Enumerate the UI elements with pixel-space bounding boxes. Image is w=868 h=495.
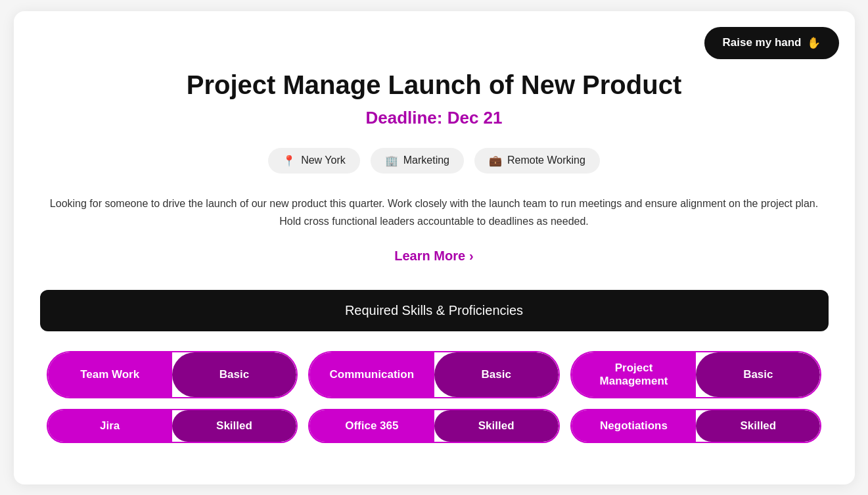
skill-level-0: Basic (172, 352, 296, 397)
skill-name-5: Negotiations (572, 410, 696, 442)
tag-icon-industry: 🏢 (385, 154, 398, 167)
skill-row-2: Project Management Basic (570, 351, 822, 398)
learn-more-chevron: › (469, 248, 474, 264)
tag-label-work-type: Remote Working (507, 154, 585, 166)
skill-name-4: Office 365 (309, 410, 434, 442)
raise-hand-label: Raise my hand (723, 36, 802, 49)
learn-more-link[interactable]: Learn More › (394, 248, 473, 264)
skill-name-2: Project Management (572, 352, 696, 397)
learn-more-label: Learn More (394, 248, 465, 264)
tag-icon-work-type: 💼 (489, 154, 502, 167)
tag-work-type: 💼Remote Working (474, 148, 600, 174)
main-card: Raise my hand ✋ Project Manage Launch of… (14, 11, 855, 484)
skill-row-4: Office 365 Skilled (308, 409, 560, 443)
skill-row-5: Negotiations Skilled (570, 409, 822, 443)
main-content: Project Manage Launch of New Product Dea… (40, 31, 829, 443)
deadline-text: Deadline: Dec 21 (40, 108, 829, 128)
skill-row-0: Team Work Basic (47, 351, 298, 398)
tag-label-location: New York (301, 154, 346, 166)
skill-row-3: Jira Skilled (47, 409, 298, 443)
tags-container: 📍New York🏢Marketing💼Remote Working (40, 148, 829, 174)
skills-header: Required Skills & Proficiencies (40, 290, 829, 331)
skill-name-0: Team Work (48, 352, 172, 397)
raise-hand-button[interactable]: Raise my hand ✋ (704, 27, 839, 59)
skill-name-1: Communication (309, 352, 434, 397)
tag-label-industry: Marketing (403, 154, 449, 166)
page-title: Project Manage Launch of New Product (40, 70, 829, 100)
job-description: Looking for someone to drive the launch … (40, 195, 829, 230)
tag-industry: 🏢Marketing (371, 148, 464, 174)
tag-icon-location: 📍 (283, 154, 296, 167)
skill-row-1: Communication Basic (308, 351, 560, 398)
skill-name-3: Jira (48, 410, 172, 442)
skill-level-3: Skilled (172, 410, 296, 442)
skill-level-5: Skilled (696, 410, 820, 442)
raise-hand-icon: ✋ (807, 36, 821, 50)
skill-level-2: Basic (696, 352, 820, 397)
skills-grid: Team Work Basic Communication Basic Proj… (40, 351, 829, 443)
skill-level-1: Basic (434, 352, 559, 397)
skill-level-4: Skilled (434, 410, 559, 442)
tag-location: 📍New York (268, 148, 360, 174)
